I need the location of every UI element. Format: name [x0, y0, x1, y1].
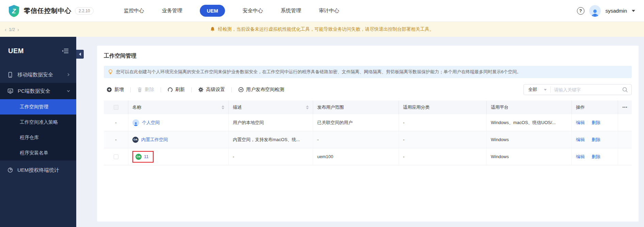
more-icon[interactable]: ⋯ [622, 104, 628, 110]
table-header: 名称 描述 发布用户范围 适用应用分类 适用平台 [104, 101, 632, 114]
edit-link[interactable]: 编辑 [576, 154, 585, 160]
name-cell: OA 11 [128, 148, 229, 165]
top-bar: Z 零信任控制中心 2.2.10 监控中心 业务管理 UEM 安全中心 系统管理… [0, 0, 644, 22]
banner-pager: ‹ 1/2 › [5, 27, 19, 32]
column-label: 描述 [233, 104, 242, 110]
refresh-icon [167, 87, 173, 92]
sort-icon[interactable] [306, 105, 309, 109]
cell-text: - [233, 154, 234, 159]
banner-next-icon[interactable]: › [17, 27, 19, 32]
version-badge: 2.2.10 [75, 7, 94, 15]
menu-fold-icon[interactable] [62, 48, 69, 54]
warning-text: 经检测，当前设备未运行虚拟机性能优化工具，可能导致业务访问失败，请尽快退出控制台… [218, 26, 434, 32]
workspace-name-link[interactable]: 11 [144, 154, 149, 159]
sidebar: UEM 移动端数据安全 [0, 37, 76, 227]
description-cell: 内置空间，支持发布macOS、统... [229, 131, 313, 148]
nav-uem[interactable]: UEM [200, 5, 225, 17]
name-cell: OA 内置工作空间 [128, 131, 229, 148]
sidebar-item-pc-data-security[interactable]: PC端数据安全 [0, 83, 76, 99]
pc-monitor-icon [7, 88, 13, 94]
platform-cell: Windows、macOS、统信UOS/... [487, 114, 572, 131]
column-label: 适用平台 [491, 104, 509, 110]
search-icon[interactable] [621, 87, 631, 93]
sidebar-subitem-program-repository[interactable]: 程序仓库 [0, 130, 76, 145]
edit-link[interactable]: 编辑 [576, 120, 585, 126]
row-checkbox[interactable] [114, 154, 118, 159]
sidebar-subitem-program-install-list[interactable]: 程序安装名单 [0, 145, 76, 161]
platform-cell: Windows [487, 148, 572, 165]
sidebar-header: UEM [0, 37, 76, 66]
actions-cell: 编辑 删除 [572, 131, 618, 148]
nav-audit-center[interactable]: 审计中心 [319, 7, 339, 14]
cell-text: - [403, 137, 404, 142]
bell-icon [210, 27, 215, 32]
content-card: 工作空间管理 您可以在此创建与个人环境完全隔离的安全工作空间来保护业务数据安全，… [97, 46, 639, 222]
add-button-label: 新增 [114, 87, 124, 93]
filter-select[interactable]: 全部 [524, 87, 550, 93]
header-description: 描述 [229, 101, 313, 114]
actions-cell: 编辑 删除 [572, 114, 618, 131]
cell-text: 已关联空间的用户 [317, 120, 353, 126]
cell-text: Windows [491, 137, 509, 142]
username[interactable]: sysadmin [606, 8, 627, 14]
sidebar-item-label: PC端数据安全 [18, 88, 50, 94]
column-label: 操作 [576, 104, 585, 110]
app-category-cell: - [399, 131, 487, 148]
search-input[interactable] [551, 87, 621, 92]
cell-text: uem100 [317, 154, 333, 159]
refresh-button-label: 刷新 [175, 87, 185, 93]
name-cell: 个人空间 [128, 114, 229, 131]
table-row: - 个人空间 用户的本地空间 [104, 114, 632, 131]
sidebar-item-label: 移动端数据安全 [17, 72, 53, 78]
user-menu-caret-icon[interactable] [632, 10, 635, 12]
sidebar-item-mobile-data-security[interactable]: 移动端数据安全 [0, 66, 76, 83]
workspace-name-link[interactable]: 内置工作空间 [141, 137, 168, 143]
sidebar-item-uem-terminal-stats[interactable]: UEM授权终端统计 [0, 162, 76, 178]
select-cell: - [104, 114, 128, 131]
header-column-settings: ⋯ [618, 101, 632, 114]
delete-link[interactable]: 删除 [592, 154, 600, 160]
column-label: 名称 [132, 104, 141, 110]
personal-space-user-icon [132, 119, 139, 126]
header-select-cell [104, 101, 128, 114]
search-group: 全部 [524, 84, 632, 95]
description-cell: - [229, 148, 313, 165]
banner-prev-icon[interactable]: ‹ [5, 27, 6, 32]
gear-icon [198, 87, 204, 92]
refresh-button[interactable]: 刷新 [161, 87, 191, 93]
sidebar-subitem-workspace-access-policy[interactable]: 工作空间准入策略 [0, 115, 76, 130]
cell-text: - [317, 137, 319, 142]
tip-lamp-icon [108, 69, 113, 75]
sidebar-collapse-button[interactable] [76, 50, 84, 59]
avatar[interactable] [589, 5, 601, 17]
actions-cell: 编辑 删除 [572, 148, 618, 165]
publish-scope-cell: 已关联空间的用户 [313, 114, 399, 131]
edit-link[interactable]: 编辑 [576, 137, 585, 143]
nav-business-management[interactable]: 业务管理 [162, 7, 182, 14]
workspace-name-link[interactable]: 个人空间 [142, 120, 160, 126]
select-all-checkbox[interactable] [114, 105, 118, 110]
delete-link[interactable]: 删除 [592, 137, 600, 143]
spacer-cell [618, 148, 632, 165]
delete-button[interactable]: 删除 [131, 87, 161, 93]
sidebar-item-label: UEM授权终端统计 [17, 167, 59, 173]
cell-text: - [403, 154, 404, 159]
nav-security-center[interactable]: 安全中心 [243, 7, 263, 14]
sidebar-subitem-workspace-management[interactable]: 工作空间管理 [0, 99, 76, 115]
table-row: OA 11 - uem100 - Windows [104, 148, 632, 165]
help-icon[interactable]: ? [577, 7, 584, 15]
nav-system-management[interactable]: 系统管理 [281, 7, 301, 14]
warning-content: 经检测，当前设备未运行虚拟机性能优化工具，可能导致业务访问失败，请尽快退出控制台… [210, 26, 434, 32]
sort-icon[interactable] [222, 105, 224, 109]
nav-monitor-center[interactable]: 监控中心 [124, 7, 144, 14]
advanced-settings-button[interactable]: 高级设置 [192, 87, 231, 93]
header-publish-scope: 发布用户范围 [313, 101, 399, 114]
delete-link[interactable]: 删除 [592, 120, 600, 126]
user-space-detect-button[interactable]: 用户发布空间检测 [232, 87, 291, 93]
column-label: 发布用户范围 [317, 104, 344, 110]
app-category-cell: - [399, 148, 487, 165]
add-button[interactable]: 新增 [104, 87, 130, 93]
oa-green-icon: OA [135, 154, 142, 160]
cell-text: Windows、macOS、统信UOS/... [491, 120, 556, 126]
header-platform: 适用平台 [487, 101, 572, 114]
